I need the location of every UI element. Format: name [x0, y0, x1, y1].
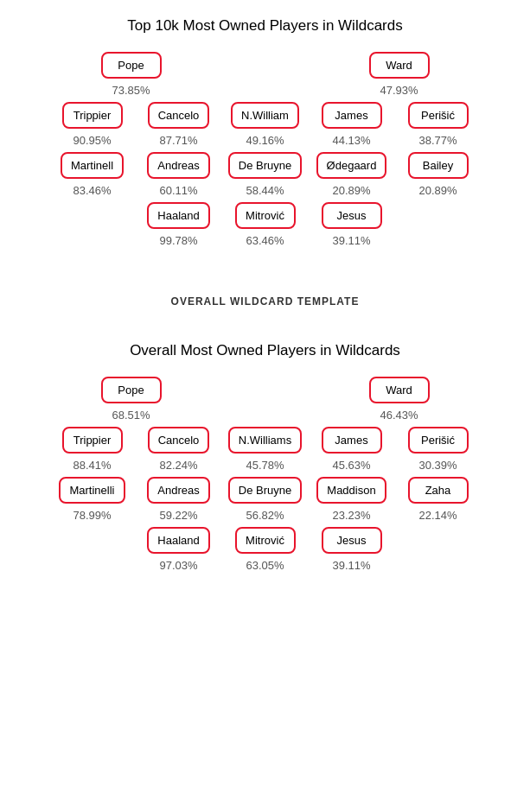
player-pct: 49.16%	[246, 134, 284, 147]
player-cell: Andreas 59.22%	[140, 477, 218, 522]
player-badge: Martinell	[61, 152, 124, 179]
player-cell: De Bruyne 56.82%	[227, 477, 304, 522]
player-pct: 46.43%	[380, 409, 418, 422]
player-cell: Andreas 60.11%	[140, 152, 218, 197]
player-row: Haaland 99.78% Mitrović 63.46% Jesus 39.…	[140, 202, 391, 247]
player-cell: Mitrović 63.46%	[227, 202, 304, 247]
divider-label: OVERALL WILDCARD TEMPLATE	[0, 270, 530, 325]
player-row: Haaland 97.03% Mitrović 63.05% Jesus 39.…	[140, 527, 391, 572]
player-row: Pope 68.51% Ward 46.43%	[93, 377, 438, 422]
player-cell: Haaland 97.03%	[140, 527, 218, 572]
player-pct: 23.23%	[332, 509, 370, 522]
player-pct: 44.13%	[332, 134, 370, 147]
player-row: Trippier 88.41% Cancelo 82.24% N.William…	[54, 427, 477, 472]
player-pct: 20.89%	[418, 184, 457, 197]
section1-title: Top 10k Most Owned Players in Wildcards	[9, 17, 521, 35]
player-cell: Martinelli 78.99%	[54, 477, 131, 522]
player-badge: De Bruyne	[228, 477, 302, 504]
player-badge: N.Williams	[228, 427, 302, 454]
player-badge: Trippier	[62, 427, 123, 454]
player-pct: 90.95%	[73, 134, 111, 147]
player-cell: Pope 73.85%	[93, 52, 170, 97]
player-badge: Ødegaard	[316, 152, 387, 179]
player-pct: 22.14%	[418, 509, 457, 522]
player-badge: Andreas	[147, 477, 209, 504]
player-pct: 73.85%	[112, 84, 150, 97]
player-badge: James	[322, 102, 382, 129]
player-badge: Cancelo	[148, 427, 210, 454]
player-pct: 58.44%	[246, 184, 284, 197]
player-cell: Jesus 39.11%	[313, 527, 391, 572]
player-pct: 30.39%	[418, 459, 457, 472]
player-pct: 63.46%	[246, 234, 284, 247]
player-row: Martinelli 78.99% Andreas 59.22% De Bruy…	[54, 477, 477, 522]
player-cell: Mitrović 63.05%	[227, 527, 304, 572]
player-badge: Perišić	[408, 427, 469, 454]
player-cell: Bailey 20.89%	[399, 152, 477, 197]
player-pct: 39.11%	[332, 559, 370, 572]
player-pct: 99.78%	[159, 234, 197, 247]
section1-grid: Pope 73.85% Ward 47.93% Trippier 90.95% …	[9, 52, 521, 252]
player-cell: James 44.13%	[313, 102, 391, 147]
player-badge: N.William	[231, 102, 299, 129]
player-cell: Trippier 88.41%	[54, 427, 131, 472]
player-cell: N.Williams 45.78%	[227, 427, 304, 472]
player-pct: 78.99%	[73, 509, 111, 522]
player-badge: De Bruyne	[228, 152, 302, 179]
section-top10k: Top 10k Most Owned Players in Wildcards …	[0, 0, 530, 270]
player-pct: 47.93%	[380, 84, 418, 97]
player-pct: 68.51%	[112, 409, 150, 422]
player-pct: 87.71%	[159, 134, 197, 147]
player-badge: Trippier	[62, 102, 123, 129]
player-cell: Perišić 38.77%	[399, 102, 477, 147]
player-pct: 60.11%	[159, 184, 197, 197]
section2-title: Overall Most Owned Players in Wildcards	[9, 342, 521, 359]
player-cell: Cancelo 87.71%	[140, 102, 218, 147]
player-pct: 45.63%	[332, 459, 370, 472]
player-badge: Haaland	[147, 527, 209, 554]
player-pct: 39.11%	[332, 234, 370, 247]
player-badge: Pope	[101, 52, 162, 79]
player-badge: Haaland	[147, 202, 209, 229]
player-pct: 97.03%	[159, 559, 197, 572]
player-pct: 45.78%	[246, 459, 284, 472]
player-badge: Bailey	[408, 152, 469, 179]
player-cell: Ward 47.93%	[361, 52, 438, 97]
player-row: Martinell 83.46% Andreas 60.11% De Bruyn…	[54, 152, 477, 197]
player-badge: Mitrović	[235, 202, 296, 229]
player-badge: James	[322, 427, 382, 454]
player-cell: Jesus 39.11%	[313, 202, 391, 247]
player-pct: 56.82%	[246, 509, 284, 522]
player-badge: Cancelo	[148, 102, 210, 129]
player-cell: Ward 46.43%	[361, 377, 438, 422]
player-cell: Martinell 83.46%	[54, 152, 131, 197]
player-cell: N.William 49.16%	[227, 102, 304, 147]
player-badge: Mitrović	[235, 527, 296, 554]
player-badge: Jesus	[322, 202, 382, 229]
player-badge: Maddison	[316, 477, 386, 504]
player-cell: De Bruyne 58.44%	[227, 152, 304, 197]
player-cell: Trippier 90.95%	[54, 102, 131, 147]
player-pct: 82.24%	[159, 459, 197, 472]
player-cell: Pope 68.51%	[93, 377, 170, 422]
player-badge: Pope	[101, 377, 162, 403]
player-cell: Ødegaard 20.89%	[313, 152, 391, 197]
player-cell: James 45.63%	[313, 427, 391, 472]
player-cell: Haaland 99.78%	[140, 202, 218, 247]
player-badge: Ward	[369, 52, 430, 79]
player-badge: Zaha	[408, 477, 469, 504]
player-cell: Perišić 30.39%	[399, 427, 477, 472]
player-cell: Zaha 22.14%	[399, 477, 477, 522]
section-overall: Overall Most Owned Players in Wildcards …	[0, 325, 530, 594]
player-badge: Martinelli	[59, 477, 125, 504]
player-pct: 59.22%	[159, 509, 197, 522]
player-badge: Ward	[369, 377, 430, 403]
player-pct: 63.05%	[246, 559, 284, 572]
player-pct: 38.77%	[418, 134, 457, 147]
player-badge: Andreas	[147, 152, 209, 179]
player-badge: Perišić	[408, 102, 469, 129]
player-pct: 88.41%	[73, 459, 111, 472]
player-pct: 20.89%	[332, 184, 370, 197]
player-row: Pope 73.85% Ward 47.93%	[93, 52, 438, 97]
player-cell: Cancelo 82.24%	[140, 427, 218, 472]
